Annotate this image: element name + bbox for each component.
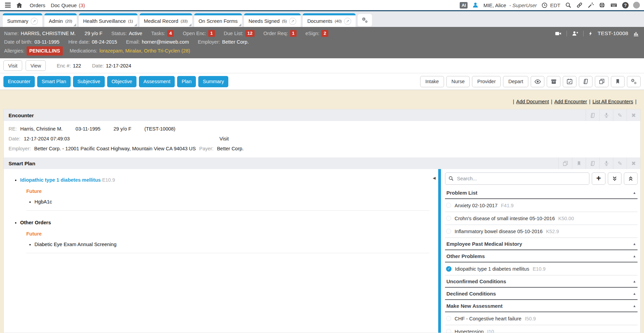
allergy-badge[interactable]: PENICILLINS: [27, 46, 63, 56]
timezone-label[interactable]: EDT: [550, 2, 560, 8]
pencil-icon[interactable]: ✎: [613, 109, 627, 121]
microphone-icon[interactable]: [599, 157, 613, 169]
chart-graph-icon[interactable]: [633, 30, 640, 37]
depart-button[interactable]: Depart: [503, 76, 528, 87]
home-icon[interactable]: [16, 2, 23, 9]
bookmark-icon[interactable]: [572, 157, 586, 169]
section-past-medical-history[interactable]: Employee Past Medical History ▲: [445, 238, 638, 250]
chart-id[interactable]: TEST-10008: [598, 29, 628, 38]
globe-icon[interactable]: [599, 2, 605, 9]
open-enc-count-badge[interactable]: 1: [208, 30, 215, 37]
bookmark-icon[interactable]: [611, 76, 625, 87]
problem-item-diabetes[interactable]: ✓ Idiopathic type 1 diabetes mellitus E1…: [445, 262, 638, 275]
pencil-icon[interactable]: ✎: [613, 157, 627, 169]
tab-needs-signed[interactable]: Needs Signed (5) ↗: [244, 13, 301, 27]
settings-gears-icon[interactable]: [627, 76, 641, 87]
visit-button[interactable]: Visit: [3, 60, 22, 71]
menu-icon[interactable]: [4, 1, 12, 9]
intake-button[interactable]: Intake: [420, 76, 444, 87]
tab-documents[interactable]: Documents (40) ↗: [303, 13, 356, 27]
section-unconfirmed-conditions[interactable]: Unconfirmed Conditions ▲: [445, 275, 638, 288]
nav-objective-button[interactable]: Objective: [107, 76, 137, 87]
section-make-new-assessment[interactable]: Make New Assessment ▲: [445, 300, 638, 312]
external-arrow-icon[interactable]: ↗: [31, 18, 38, 25]
nav-orders[interactable]: Orders: [30, 2, 45, 8]
doc-queue-count[interactable]: (3): [79, 2, 85, 8]
collapse-panel-icon[interactable]: ◀: [433, 176, 435, 180]
archive-icon[interactable]: [547, 76, 560, 87]
add-person-icon[interactable]: [571, 30, 579, 37]
calendar-check-icon[interactable]: [563, 76, 576, 87]
book-icon[interactable]: [586, 157, 599, 169]
nav-plan-button[interactable]: Plan: [177, 76, 196, 87]
copy-icon[interactable]: [558, 157, 572, 169]
due-list-count-badge[interactable]: 12: [245, 30, 255, 37]
nav-smart-plan-button[interactable]: Smart Plan: [37, 76, 71, 87]
problem-search-input[interactable]: [445, 172, 589, 185]
clock-icon[interactable]: [541, 2, 548, 9]
ai-badge[interactable]: AI: [460, 2, 468, 9]
problem-item-ibd[interactable]: Inflammatory bowel disease 05-10-2016 K5…: [445, 225, 638, 238]
radio-icon[interactable]: [446, 203, 451, 208]
tasks-count-badge[interactable]: 4: [167, 30, 174, 37]
nav-assessment-button[interactable]: Assessment: [139, 76, 175, 87]
problem-item-chf[interactable]: CHF - Congestive heart failure I50.9: [445, 312, 638, 325]
order-req-count-badge[interactable]: 1: [290, 30, 297, 37]
nurse-button[interactable]: Nurse: [446, 76, 470, 87]
nav-subjective-button[interactable]: Subjective: [73, 76, 105, 87]
copy-icon[interactable]: [595, 76, 609, 87]
keyboard-icon[interactable]: [610, 2, 618, 9]
search-icon[interactable]: [565, 2, 572, 9]
checked-circle-icon[interactable]: ✓: [446, 266, 452, 272]
collapse-all-button[interactable]: [624, 172, 638, 185]
section-declined-conditions[interactable]: Declined Conditions ▲: [445, 288, 638, 300]
radio-icon[interactable]: [446, 216, 451, 221]
close-icon[interactable]: ✖: [627, 109, 640, 121]
section-problem-list[interactable]: Problem List ▲: [445, 187, 638, 199]
book-icon[interactable]: [586, 109, 599, 121]
problem-item-crohns[interactable]: Crohn's disease of small intestine 05-10…: [445, 212, 638, 225]
nav-summary-button[interactable]: Summary: [198, 76, 228, 87]
book-icon[interactable]: [579, 76, 592, 87]
problem-item-anxiety[interactable]: Anxiety 02-10-2017 F41.9: [445, 199, 638, 212]
patient-name: HARRIS, CHRISTINE M.: [21, 29, 76, 38]
view-button[interactable]: View: [26, 60, 46, 71]
tab-on-screen-forms[interactable]: On Screen Forms: [194, 13, 242, 27]
radio-icon[interactable]: [446, 329, 451, 333]
close-icon[interactable]: ✖: [627, 157, 640, 169]
video-camera-icon[interactable]: [554, 30, 562, 37]
expand-all-button[interactable]: [608, 172, 621, 185]
provider-button[interactable]: Provider: [472, 76, 501, 87]
problem-item-hypertension[interactable]: Hypertension I10: [445, 325, 638, 333]
radio-icon[interactable]: [446, 316, 451, 321]
tab-label: Health Surveillance: [83, 18, 126, 24]
lightning-icon[interactable]: [588, 30, 593, 37]
tab-medical-record[interactable]: Medical Record (33): [140, 13, 192, 27]
tab-settings-gears-icon[interactable]: [358, 14, 372, 26]
external-arrow-icon[interactable]: ↗: [344, 18, 351, 25]
external-arrow-icon[interactable]: ↗: [289, 18, 296, 25]
list-all-encounters-link[interactable]: List All Encounters: [592, 99, 633, 104]
icd-code: E10.9: [102, 177, 115, 183]
microphone-icon[interactable]: [599, 109, 613, 121]
dob-label: Date of birth:: [4, 38, 32, 46]
tab-summary[interactable]: Summary ↗: [3, 13, 42, 27]
tab-health-surveillance[interactable]: Health Surveillance (1): [79, 13, 138, 27]
eye-icon[interactable]: [531, 76, 544, 87]
medication-links[interactable]: lorazepam, Miralax, Ortho Tri-Cyclen (28…: [99, 47, 190, 55]
tab-admin[interactable]: Admin (20): [44, 13, 77, 27]
wand-icon[interactable]: [587, 2, 594, 9]
avatar[interactable]: [633, 2, 640, 9]
problem-link[interactable]: Idiopathic type 1 diabetes mellitus: [20, 177, 101, 183]
nav-doc-queue[interactable]: Doc Queue: [51, 2, 77, 8]
help-icon[interactable]: ?: [622, 2, 629, 9]
link-icon[interactable]: [576, 2, 583, 9]
nav-encounter-button[interactable]: Encounter: [3, 76, 35, 87]
esign-count-badge[interactable]: 2: [321, 30, 328, 37]
user-name[interactable]: MIE, Alice: [483, 2, 506, 8]
section-other-problems[interactable]: Other Problems ▲: [445, 250, 638, 262]
radio-icon[interactable]: [446, 229, 451, 234]
add-problem-button[interactable]: +: [592, 172, 605, 185]
add-document-link[interactable]: Add Document: [516, 99, 549, 104]
add-encounter-link[interactable]: Add Encounter: [554, 99, 587, 104]
